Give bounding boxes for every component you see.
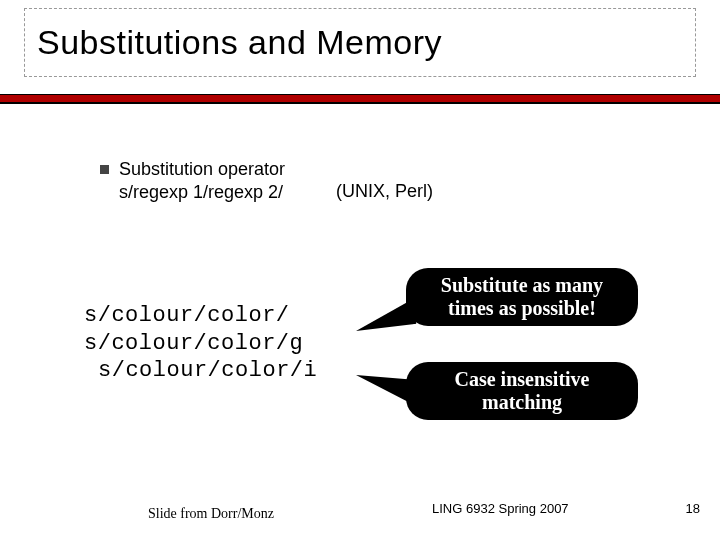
footer-credit: Slide from Dorr/Monz — [148, 506, 274, 522]
footer-page-number: 18 — [686, 501, 700, 516]
slide-title: Substitutions and Memory — [37, 23, 683, 62]
square-bullet-icon — [100, 165, 109, 174]
callout-text-1: Substitute as many times as possible! — [424, 274, 620, 320]
bullet-block: Substitution operator s/regexp 1/regexp … — [100, 158, 285, 205]
code-line-3: s/colour/color/i — [98, 357, 317, 385]
callout-substitute-many: Substitute as many times as possible! — [406, 268, 638, 326]
title-box: Substitutions and Memory — [24, 8, 696, 77]
bullet-annotation: (UNIX, Perl) — [336, 181, 433, 202]
bullet-text-line1: Substitution operator — [119, 158, 285, 181]
code-line-1: s/colour/color/ — [84, 302, 317, 330]
callout-text-2: Case insensitive matching — [424, 368, 620, 414]
bullet-text-line2: s/regexp 1/regexp 2/ — [119, 181, 285, 204]
slide: Substitutions and Memory Substitution op… — [0, 0, 720, 540]
callout-case-insensitive: Case insensitive matching — [406, 362, 638, 420]
footer-course: LING 6932 Spring 2007 — [432, 501, 569, 516]
code-line-2: s/colour/color/g — [84, 330, 317, 358]
bullet-row: Substitution operator — [100, 158, 285, 181]
divider-bar — [0, 94, 720, 104]
code-block: s/colour/color/ s/colour/color/g s/colou… — [84, 302, 317, 385]
